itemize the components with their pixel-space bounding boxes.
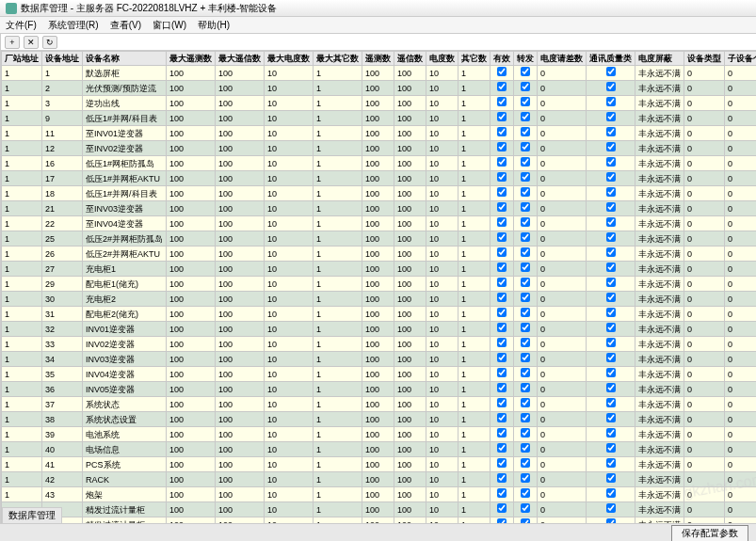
table-cell[interactable]: [587, 96, 635, 111]
table-row[interactable]: 19低压1#并网/科目表1001001011001001010丰永远不满00: [2, 111, 757, 126]
table-cell[interactable]: 低压1#并网/科目表: [83, 111, 167, 126]
table-cell[interactable]: 100: [362, 66, 394, 81]
table-cell[interactable]: 10: [426, 472, 458, 487]
checkbox[interactable]: [497, 82, 507, 91]
table-cell[interactable]: 100: [362, 262, 394, 277]
table-cell[interactable]: 0: [725, 337, 756, 352]
table-cell[interactable]: 100: [216, 292, 265, 307]
table-cell[interactable]: 至INV03逆变器: [83, 201, 167, 216]
table-cell[interactable]: INV05逆变器: [83, 382, 167, 397]
table-row[interactable]: 122至INV04逆变器1001001011001001010丰永远不满00: [2, 216, 757, 231]
table-cell[interactable]: 1: [314, 216, 362, 231]
checkbox[interactable]: [606, 308, 616, 317]
table-cell[interactable]: [491, 247, 514, 262]
table-cell[interactable]: [514, 262, 538, 277]
table-cell[interactable]: 1: [2, 126, 42, 141]
table-cell[interactable]: 100: [362, 141, 394, 156]
checkbox[interactable]: [606, 398, 616, 407]
table-cell[interactable]: 10: [426, 337, 458, 352]
table-cell[interactable]: 0: [684, 126, 725, 141]
table-cell[interactable]: 100: [394, 216, 426, 231]
table-cell[interactable]: 精发过流计量柜: [83, 502, 167, 517]
table-cell[interactable]: 1: [314, 231, 362, 247]
table-cell[interactable]: 1: [2, 427, 42, 442]
column-header[interactable]: 通讯质量类: [587, 52, 635, 66]
table-cell[interactable]: 10: [265, 186, 314, 201]
table-cell[interactable]: [491, 337, 514, 352]
table-cell[interactable]: 10: [265, 171, 314, 186]
table-cell[interactable]: 10: [265, 201, 314, 216]
table-row[interactable]: 133INV02逆变器1001001011001001010丰永远不满00: [2, 337, 757, 352]
table-cell[interactable]: [587, 111, 635, 126]
table-cell[interactable]: 0: [725, 156, 756, 171]
table-cell[interactable]: 100: [167, 231, 216, 247]
table-cell[interactable]: 100: [216, 171, 265, 186]
column-header[interactable]: 电度请差数: [538, 52, 587, 66]
checkbox[interactable]: [521, 172, 530, 182]
table-cell[interactable]: 1: [2, 457, 42, 472]
table-cell[interactable]: 1: [458, 292, 491, 307]
table-row[interactable]: 141PCS系统1001001011001001010丰永远不满00: [2, 457, 757, 472]
table-cell[interactable]: 10: [265, 472, 314, 487]
table-cell[interactable]: [491, 141, 514, 156]
checkbox[interactable]: [521, 473, 530, 483]
table-cell[interactable]: 1: [2, 367, 42, 382]
table-cell[interactable]: 10: [426, 66, 458, 81]
checkbox[interactable]: [606, 127, 616, 136]
table-row[interactable]: 132INV01逆变器1001001011001001010丰永远不满00: [2, 322, 757, 337]
table-cell[interactable]: [587, 141, 635, 156]
table-cell[interactable]: 0: [684, 171, 725, 186]
table-cell[interactable]: 丰永远不满: [635, 517, 684, 524]
table-cell[interactable]: 0: [684, 412, 725, 427]
table-cell[interactable]: 100: [394, 367, 426, 382]
table-cell[interactable]: 100: [216, 231, 265, 247]
table-cell[interactable]: 1: [458, 231, 491, 247]
table-cell[interactable]: 100: [394, 412, 426, 427]
table-cell[interactable]: 10: [265, 517, 314, 524]
checkbox[interactable]: [606, 518, 616, 523]
table-cell[interactable]: 100: [167, 126, 216, 141]
table-cell[interactable]: [587, 472, 635, 487]
table-cell[interactable]: [514, 96, 538, 111]
table-cell[interactable]: 配电柜2(储充): [83, 307, 167, 322]
table-cell[interactable]: 10: [426, 457, 458, 472]
table-cell[interactable]: [587, 171, 635, 186]
table-cell[interactable]: 100: [167, 307, 216, 322]
table-cell[interactable]: 0: [684, 517, 725, 524]
table-cell[interactable]: [514, 382, 538, 397]
table-cell[interactable]: 100: [362, 322, 394, 337]
checkbox[interactable]: [606, 293, 616, 302]
table-cell[interactable]: 10: [265, 382, 314, 397]
checkbox[interactable]: [497, 383, 507, 392]
checkbox[interactable]: [521, 428, 530, 438]
table-cell[interactable]: [514, 337, 538, 352]
table-cell[interactable]: 0: [725, 307, 756, 322]
checkbox[interactable]: [497, 263, 507, 272]
table-cell[interactable]: 10: [426, 231, 458, 247]
table-cell[interactable]: 0: [684, 472, 725, 487]
table-cell[interactable]: 100: [362, 427, 394, 442]
table-cell[interactable]: [491, 367, 514, 382]
table-cell[interactable]: 0: [538, 126, 587, 141]
table-cell[interactable]: 1: [458, 442, 491, 457]
column-header[interactable]: 设备名称: [83, 52, 167, 66]
table-cell[interactable]: 33: [42, 337, 83, 352]
table-row[interactable]: 140电场信息1001001011001001010丰永远不满00: [2, 442, 757, 457]
table-cell[interactable]: 丰永远不满: [635, 382, 684, 397]
table-row[interactable]: 136INV05逆变器1001001011001001010丰永远不满00: [2, 382, 757, 397]
table-cell[interactable]: 0: [538, 247, 587, 262]
table-cell[interactable]: 100: [167, 487, 216, 502]
table-cell[interactable]: 100: [216, 337, 265, 352]
table-cell[interactable]: 0: [538, 487, 587, 502]
checkbox[interactable]: [521, 398, 530, 407]
checkbox[interactable]: [521, 278, 530, 287]
table-cell[interactable]: 0: [725, 502, 756, 517]
table-cell[interactable]: 0: [684, 201, 725, 216]
table-cell[interactable]: [514, 186, 538, 201]
checkbox[interactable]: [606, 383, 616, 392]
table-row[interactable]: 138系统状态设置1001001011001001010丰永远不满00: [2, 412, 757, 427]
table-cell[interactable]: 25: [42, 231, 83, 247]
checkbox[interactable]: [521, 443, 530, 453]
table-cell[interactable]: 10: [265, 352, 314, 367]
table-cell[interactable]: 1: [458, 171, 491, 186]
